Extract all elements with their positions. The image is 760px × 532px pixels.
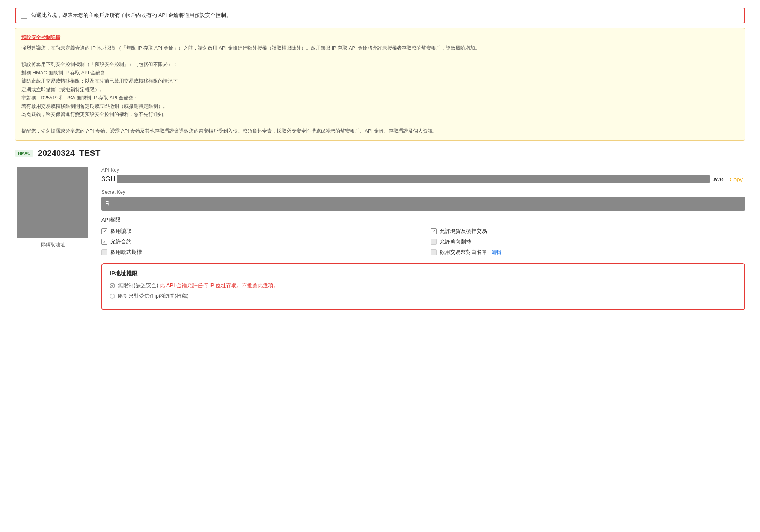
- secret-key-field: R: [101, 197, 745, 211]
- api-key-row: 3GU uwe Copy: [101, 175, 745, 183]
- api-key-masked: [117, 175, 710, 183]
- fields-area: API Key 3GU uwe Copy Secret Key R API權限: [101, 167, 745, 310]
- notice-line2: 預設將套用下列安全控制機制（「預設安全控制」）（包括但不限於）：: [21, 60, 739, 69]
- notice-area: 預設安全控制詳情 強烈建議您，在尚未定義合適的 IP 地址限制（「無限 IP 存…: [15, 28, 745, 141]
- api-key-end: uwe: [711, 175, 724, 183]
- perm-omnibus-label: 允許萬向劃轉: [440, 238, 471, 245]
- permissions-title: API權限: [101, 217, 745, 223]
- perm-futures-label: 允許現貨及槓桿交易: [440, 228, 487, 235]
- notice-title-link[interactable]: 預設安全控制詳情: [21, 35, 60, 40]
- ip-unlimited-radio[interactable]: [110, 283, 115, 288]
- copy-button[interactable]: Copy: [727, 175, 745, 183]
- whitelist-edit-link[interactable]: 編輯: [492, 249, 501, 256]
- secret-key-group: Secret Key R: [101, 189, 745, 211]
- perm-contract-check[interactable]: [101, 239, 107, 245]
- notice-line6: 非對稱 ED25519 和 RSA 無限制 IP 存取 API 金鑰會：: [21, 94, 739, 102]
- perm-read: 啟用讀取: [101, 228, 416, 235]
- api-key-group: API Key 3GU uwe Copy: [101, 167, 745, 183]
- perm-options-check[interactable]: [101, 249, 107, 255]
- notice-line9: 提醒您，切勿披露或分享您的 API 金鑰。透露 API 金鑰及其他存取憑證會導致…: [21, 127, 739, 135]
- ip-restricted-label: 限制只對受信任ip的訪問(推薦): [118, 293, 188, 300]
- perm-contract: 允許合約: [101, 238, 416, 245]
- perm-futures: 允許現貨及槓桿交易: [431, 228, 745, 235]
- notice-line7: 若有啟用交易或轉移限制則會定期或立即撤銷（或撤銷特定限制）。: [21, 102, 739, 110]
- perm-options: 啟用歐式期權: [101, 249, 416, 256]
- warning-box: 勾選此方塊，即表示您的主帳戶及所有子帳戶內既有的 API 金鑰將適用預設安全控制…: [15, 8, 745, 23]
- api-key-start: 3GU: [101, 175, 115, 183]
- warning-checkbox[interactable]: [21, 13, 27, 19]
- ip-unlimited-prefix: 無限制(缺乏安全): [118, 282, 158, 288]
- notice-line3: 對稱 HMAC 無限制 IP 存取 API 金鑰會：: [21, 69, 739, 77]
- qr-label: 掃碼取地址: [41, 241, 65, 248]
- notice-line8: 為免疑義，幣安保留進行變更預設安全控制的權利，恕不先行通知。: [21, 110, 739, 119]
- notice-line5: 定期或立即撤銷（或撤銷特定權限）。: [21, 86, 739, 94]
- warning-text: 勾選此方塊，即表示您的主帳戶及所有子帳戶內既有的 API 金鑰將適用預設安全控制…: [31, 12, 231, 19]
- main-content: 掃碼取地址 API Key 3GU uwe Copy Secret Key R: [15, 167, 745, 310]
- ip-section: IP地址權限 無限制(缺乏安全) 此 API 金鑰允許任何 IP 位址存取。不推…: [101, 263, 745, 310]
- qr-area: 掃碼取地址: [15, 167, 90, 248]
- ip-unlimited-warning: 此 API 金鑰允許任何 IP 位址存取。不推薦此選項。: [158, 282, 279, 288]
- api-key-value: 3GU uwe: [101, 175, 724, 183]
- ip-option-unlimited: 無限制(缺乏安全) 此 API 金鑰允許任何 IP 位址存取。不推薦此選項。: [110, 282, 737, 289]
- perm-whitelist-check[interactable]: [431, 249, 437, 255]
- perm-omnibus: 允許萬向劃轉: [431, 238, 745, 245]
- secret-key-label: Secret Key: [101, 189, 745, 195]
- perm-read-label: 啟用讀取: [110, 228, 131, 235]
- perm-futures-check[interactable]: [431, 228, 437, 234]
- hmac-badge: HMAC: [15, 150, 33, 157]
- perm-whitelist: 啟用交易幣對白名單 編輯: [431, 249, 745, 256]
- notice-line4: 被防止啟用交易或轉移權限；以及在先前已啟用交易或轉移權限的情況下: [21, 77, 739, 85]
- section-title: 20240324_TEST: [38, 148, 100, 158]
- ip-unlimited-text: 無限制(缺乏安全) 此 API 金鑰允許任何 IP 位址存取。不推薦此選項。: [118, 282, 279, 289]
- ip-option-restricted: 限制只對受信任ip的訪問(推薦): [110, 293, 737, 300]
- qr-image: [17, 167, 88, 238]
- ip-restricted-radio[interactable]: [110, 294, 115, 299]
- perm-options-label: 啟用歐式期權: [110, 249, 142, 256]
- perm-omnibus-check[interactable]: [431, 239, 437, 245]
- notice-line1: 強烈建議您，在尚未定義合適的 IP 地址限制（「無限 IP 存取 API 金鑰」…: [21, 44, 739, 52]
- perm-read-check[interactable]: [101, 228, 107, 234]
- perm-whitelist-label: 啟用交易幣對白名單: [440, 249, 487, 256]
- section-header: HMAC 20240324_TEST: [15, 148, 745, 158]
- permissions-group: API權限 啟用讀取 允許現貨及槓桿交易 允許合約 允許: [101, 217, 745, 256]
- api-key-label: API Key: [101, 167, 745, 173]
- notice-title-row: 預設安全控制詳情: [21, 33, 739, 42]
- permissions-grid: 啟用讀取 允許現貨及槓桿交易 允許合約 允許萬向劃轉: [101, 228, 745, 256]
- ip-title: IP地址權限: [110, 270, 737, 277]
- secret-key-start: R: [105, 200, 110, 207]
- perm-contract-label: 允許合約: [110, 238, 131, 245]
